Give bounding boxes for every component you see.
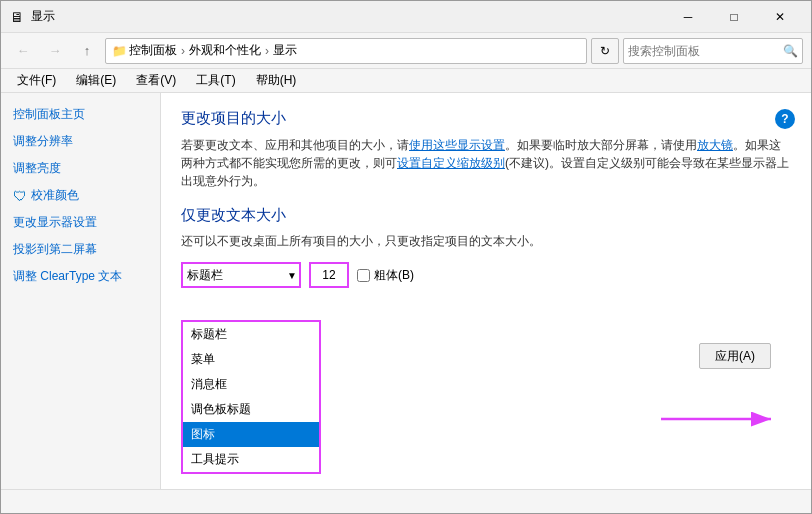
main-content: 控制面板主页 调整分辨率 调整亮度 🛡 校准颜色 更改显示器设置 投影到第二屏幕… xyxy=(1,93,811,489)
menu-view[interactable]: 查看(V) xyxy=(128,70,184,91)
section1-title: 更改项目的大小 xyxy=(181,109,791,128)
bold-label-text: 粗体(B) xyxy=(374,267,414,284)
list-item-tooltip[interactable]: 工具提示 xyxy=(183,447,319,472)
section1-desc-text1: 若要更改文本、应用和其他项目的大小，请 xyxy=(181,138,409,152)
link-custom-scaling[interactable]: 设置自定义缩放级别 xyxy=(397,156,505,170)
main-window: 🖥 显示 ─ □ ✕ ← → ↑ 📁 控制面板 › 外观和个性化 › 显示 ↻ xyxy=(0,0,812,514)
dropdown-wrapper: 标题栏 菜单 消息框 调色板标题 图标 工具提示 ▼ xyxy=(181,262,301,288)
sidebar-item-cleartype[interactable]: 调整 ClearType 文本 xyxy=(1,263,160,290)
menu-tools[interactable]: 工具(T) xyxy=(188,70,243,91)
title-bar: 🖥 显示 ─ □ ✕ xyxy=(1,1,811,33)
window-title: 显示 xyxy=(31,8,665,25)
bold-checkbox[interactable] xyxy=(357,269,370,282)
shield-icon: 🛡 xyxy=(13,188,27,204)
menu-help[interactable]: 帮助(H) xyxy=(248,70,305,91)
help-button[interactable]: ? xyxy=(775,109,795,129)
list-item-icon[interactable]: 图标 xyxy=(183,422,319,447)
sidebar-item-home[interactable]: 控制面板主页 xyxy=(1,101,160,128)
breadcrumb-item-1[interactable]: 控制面板 xyxy=(129,42,177,59)
search-input[interactable] xyxy=(628,44,783,58)
breadcrumb-sep-2: › xyxy=(265,44,269,58)
sidebar-item-resolution[interactable]: 调整分辨率 xyxy=(1,128,160,155)
breadcrumb-item-2[interactable]: 外观和个性化 xyxy=(189,42,261,59)
list-item-menu[interactable]: 菜单 xyxy=(183,347,319,372)
search-bar: 🔍 xyxy=(623,38,803,64)
search-icon: 🔍 xyxy=(783,44,798,58)
controls-row: 标题栏 菜单 消息框 调色板标题 图标 工具提示 ▼ 粗体(B) xyxy=(181,262,791,288)
list-item-titlebar[interactable]: 标题栏 xyxy=(183,322,319,347)
text-size-dropdown[interactable]: 标题栏 菜单 消息框 调色板标题 图标 工具提示 xyxy=(181,262,301,288)
window-controls: ─ □ ✕ xyxy=(665,1,803,33)
window-icon: 🖥 xyxy=(9,9,25,25)
section2-description: 还可以不更改桌面上所有项目的大小，只更改指定项目的文本大小。 xyxy=(181,233,791,250)
section2-title: 仅更改文本大小 xyxy=(181,206,791,225)
menu-file[interactable]: 文件(F) xyxy=(9,70,64,91)
list-item-message[interactable]: 消息框 xyxy=(183,372,319,397)
breadcrumb: 📁 控制面板 › 外观和个性化 › 显示 xyxy=(105,38,587,64)
dropdown-list: 标题栏 菜单 消息框 调色板标题 图标 工具提示 xyxy=(181,320,321,474)
close-button[interactable]: ✕ xyxy=(757,1,803,33)
up-button[interactable]: ↑ xyxy=(73,37,101,65)
apply-area: 应用(A) xyxy=(661,409,791,429)
link-display-settings[interactable]: 使用这些显示设置 xyxy=(409,138,505,152)
menu-bar: 文件(F) 编辑(E) 查看(V) 工具(T) 帮助(H) xyxy=(1,69,811,93)
section1-description: 若要更改文本、应用和其他项目的大小，请使用这些显示设置。如果要临时放大部分屏幕，… xyxy=(181,136,791,190)
back-button[interactable]: ← xyxy=(9,37,37,65)
sidebar-item-project[interactable]: 投影到第二屏幕 xyxy=(1,236,160,263)
maximize-button[interactable]: □ xyxy=(711,1,757,33)
minimize-button[interactable]: ─ xyxy=(665,1,711,33)
menu-edit[interactable]: 编辑(E) xyxy=(68,70,124,91)
bold-label: 粗体(B) xyxy=(357,267,414,284)
status-bar xyxy=(1,489,811,513)
apply-button[interactable]: 应用(A) xyxy=(699,343,771,369)
content-area: ? 更改项目的大小 若要更改文本、应用和其他项目的大小，请使用这些显示设置。如果… xyxy=(161,93,811,489)
breadcrumb-item-3: 显示 xyxy=(273,42,297,59)
forward-button[interactable]: → xyxy=(41,37,69,65)
folder-icon: 📁 xyxy=(112,44,127,58)
sidebar-item-display-settings[interactable]: 更改显示器设置 xyxy=(1,209,160,236)
arrow-indicator xyxy=(661,409,791,429)
breadcrumb-sep-1: › xyxy=(181,44,185,58)
font-size-input[interactable] xyxy=(309,262,349,288)
section1-desc-text2: 。如果要临时放大部分屏幕，请使用 xyxy=(505,138,697,152)
refresh-button[interactable]: ↻ xyxy=(591,38,619,64)
list-item-palette[interactable]: 调色板标题 xyxy=(183,397,319,422)
sidebar: 控制面板主页 调整分辨率 调整亮度 🛡 校准颜色 更改显示器设置 投影到第二屏幕… xyxy=(1,93,161,489)
sidebar-item-brightness[interactable]: 调整亮度 xyxy=(1,155,160,182)
sidebar-item-color[interactable]: 🛡 校准颜色 xyxy=(1,182,160,209)
link-magnifier[interactable]: 放大镜 xyxy=(697,138,733,152)
address-bar: ← → ↑ 📁 控制面板 › 外观和个性化 › 显示 ↻ 🔍 xyxy=(1,33,811,69)
